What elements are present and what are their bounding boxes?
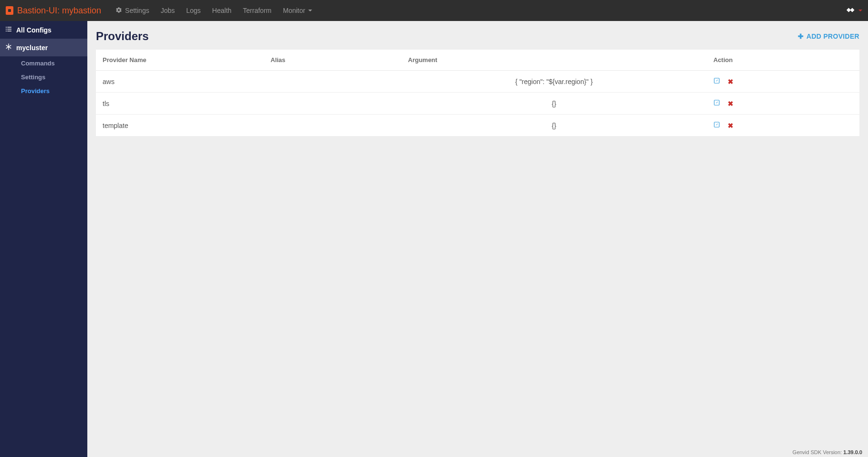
providers-card: Provider Name Alias Argument Action aws{… [96,50,859,136]
provider-name-cell: tls [96,93,264,115]
svg-rect-2 [6,27,7,27]
nav-terraform[interactable]: Terraform [237,0,277,21]
nav-health[interactable]: Health [207,0,237,21]
nav-monitor-label: Monitor [283,7,305,14]
sidebar-commands-label: Commands [21,60,55,67]
nav-terraform-label: Terraform [243,7,272,14]
svg-rect-4 [6,29,7,29]
provider-action-cell: ✖ [707,115,859,137]
page-title: Providers [96,30,149,43]
nav-monitor[interactable]: Monitor [277,0,318,21]
col-header-action: Action [707,50,859,71]
brand-icon [6,6,13,15]
sidebar-item-settings[interactable]: Settings [0,70,87,84]
nav-logs-label: Logs [186,7,200,14]
svg-rect-3 [7,27,11,27]
footer-label: Genvid SDK Version: [793,449,842,455]
footer: Genvid SDK Version: 1.39.0.0 [793,449,862,455]
nav-settings[interactable]: Settings [110,0,155,21]
gear-icon [115,7,122,15]
plus-icon: ✚ [798,32,804,40]
nav-health-label: Health [212,7,231,14]
provider-alias-cell [264,93,401,115]
sidebar-item-providers[interactable]: Providers [0,84,87,98]
provider-alias-cell [264,115,401,137]
edit-icon[interactable] [713,121,720,129]
provider-name-cell: template [96,115,264,137]
top-nav: Bastion-UI: mybastion Settings Jobs Logs… [0,0,868,21]
chevron-down-icon [858,10,862,11]
col-header-alias: Alias [264,50,401,71]
nav-links: Settings Jobs Logs Health Terraform Moni… [110,0,318,21]
table-row: template{}✖ [96,115,859,137]
svg-rect-5 [7,29,11,29]
delete-icon[interactable]: ✖ [728,78,733,85]
add-provider-button[interactable]: ✚ ADD PROVIDER [798,32,859,40]
sidebar-cluster-label: mycluster [16,44,48,52]
delete-icon[interactable]: ✖ [728,100,733,107]
provider-alias-cell [264,71,401,93]
provider-action-cell: ✖ [707,93,859,115]
col-header-argument: Argument [401,50,707,71]
provider-argument-cell: {} [401,115,707,137]
list-icon [5,25,12,34]
col-header-name: Provider Name [96,50,264,71]
nav-logs[interactable]: Logs [180,0,206,21]
chevron-down-icon [308,10,312,11]
sidebar-item-cluster[interactable]: mycluster [0,39,87,56]
sidebar-providers-label: Providers [21,87,50,95]
edit-icon[interactable] [713,77,720,85]
provider-argument-cell: {} [401,93,707,115]
edit-icon[interactable] [713,99,720,107]
add-provider-label: ADD PROVIDER [806,32,859,40]
sidebar: All Configs mycluster Commands Settings … [0,21,87,457]
table-row: aws{ "region": "${var.region}" }✖ [96,71,859,93]
brand[interactable]: Bastion-UI: mybastion [6,6,101,16]
svg-rect-6 [6,31,7,31]
provider-name-cell: aws [96,71,264,93]
nav-jobs-label: Jobs [161,7,175,14]
logo-icon [842,4,857,18]
svg-rect-7 [7,31,11,31]
providers-table: Provider Name Alias Argument Action aws{… [96,50,859,136]
provider-argument-cell: { "region": "${var.region}" } [401,71,707,93]
table-row: tls{}✖ [96,93,859,115]
main-content: Providers ✚ ADD PROVIDER Provider Name A… [87,21,868,457]
svg-marker-1 [850,8,855,12]
sidebar-item-all-configs[interactable]: All Configs [0,21,87,39]
provider-action-cell: ✖ [707,71,859,93]
nav-jobs[interactable]: Jobs [155,0,181,21]
brand-text: Bastion-UI: mybastion [17,6,101,16]
nav-settings-label: Settings [125,7,149,14]
topnav-right-menu[interactable] [842,4,862,18]
sidebar-item-commands[interactable]: Commands [0,56,87,70]
delete-icon[interactable]: ✖ [728,122,733,129]
sidebar-all-configs-label: All Configs [16,26,52,34]
footer-version: 1.39.0.0 [843,449,862,455]
asterisk-icon [5,43,12,52]
sidebar-settings-label: Settings [21,74,45,81]
page-header: Providers ✚ ADD PROVIDER [96,30,859,43]
